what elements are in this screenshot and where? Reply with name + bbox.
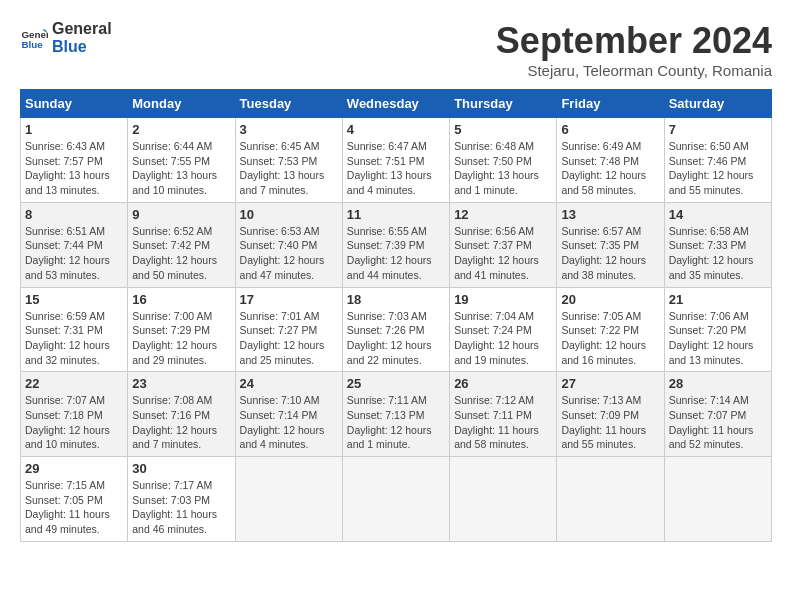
calendar-cell: 14 Sunrise: 6:58 AM Sunset: 7:33 PM Dayl… (664, 202, 771, 287)
day-number: 1 (25, 122, 123, 137)
day-number: 12 (454, 207, 552, 222)
day-info: Sunrise: 6:51 AM Sunset: 7:44 PM Dayligh… (25, 224, 123, 283)
logo-icon: General Blue (20, 24, 48, 52)
day-number: 28 (669, 376, 767, 391)
day-info: Sunrise: 7:17 AM Sunset: 7:03 PM Dayligh… (132, 478, 230, 537)
calendar-cell: 30 Sunrise: 7:17 AM Sunset: 7:03 PM Dayl… (128, 457, 235, 542)
day-number: 23 (132, 376, 230, 391)
day-info: Sunrise: 7:14 AM Sunset: 7:07 PM Dayligh… (669, 393, 767, 452)
col-header-saturday: Saturday (664, 90, 771, 118)
day-number: 26 (454, 376, 552, 391)
calendar-cell (342, 457, 449, 542)
calendar-cell: 29 Sunrise: 7:15 AM Sunset: 7:05 PM Dayl… (21, 457, 128, 542)
day-info: Sunrise: 7:12 AM Sunset: 7:11 PM Dayligh… (454, 393, 552, 452)
col-header-monday: Monday (128, 90, 235, 118)
calendar-cell: 27 Sunrise: 7:13 AM Sunset: 7:09 PM Dayl… (557, 372, 664, 457)
day-info: Sunrise: 7:01 AM Sunset: 7:27 PM Dayligh… (240, 309, 338, 368)
day-number: 22 (25, 376, 123, 391)
calendar-cell: 12 Sunrise: 6:56 AM Sunset: 7:37 PM Dayl… (450, 202, 557, 287)
calendar-week-row: 29 Sunrise: 7:15 AM Sunset: 7:05 PM Dayl… (21, 457, 772, 542)
calendar-cell: 25 Sunrise: 7:11 AM Sunset: 7:13 PM Dayl… (342, 372, 449, 457)
day-info: Sunrise: 6:47 AM Sunset: 7:51 PM Dayligh… (347, 139, 445, 198)
calendar-table: SundayMondayTuesdayWednesdayThursdayFrid… (20, 89, 772, 542)
location-subtitle: Stejaru, Teleorman County, Romania (496, 62, 772, 79)
calendar-cell: 10 Sunrise: 6:53 AM Sunset: 7:40 PM Dayl… (235, 202, 342, 287)
col-header-wednesday: Wednesday (342, 90, 449, 118)
day-info: Sunrise: 7:04 AM Sunset: 7:24 PM Dayligh… (454, 309, 552, 368)
month-title: September 2024 (496, 20, 772, 62)
day-info: Sunrise: 7:15 AM Sunset: 7:05 PM Dayligh… (25, 478, 123, 537)
col-header-sunday: Sunday (21, 90, 128, 118)
svg-text:Blue: Blue (21, 38, 43, 49)
day-info: Sunrise: 7:11 AM Sunset: 7:13 PM Dayligh… (347, 393, 445, 452)
day-number: 25 (347, 376, 445, 391)
day-info: Sunrise: 6:48 AM Sunset: 7:50 PM Dayligh… (454, 139, 552, 198)
day-info: Sunrise: 6:55 AM Sunset: 7:39 PM Dayligh… (347, 224, 445, 283)
day-info: Sunrise: 6:56 AM Sunset: 7:37 PM Dayligh… (454, 224, 552, 283)
day-number: 18 (347, 292, 445, 307)
calendar-cell: 1 Sunrise: 6:43 AM Sunset: 7:57 PM Dayli… (21, 118, 128, 203)
calendar-cell: 24 Sunrise: 7:10 AM Sunset: 7:14 PM Dayl… (235, 372, 342, 457)
day-number: 29 (25, 461, 123, 476)
calendar-cell: 19 Sunrise: 7:04 AM Sunset: 7:24 PM Dayl… (450, 287, 557, 372)
col-header-friday: Friday (557, 90, 664, 118)
calendar-cell (557, 457, 664, 542)
day-info: Sunrise: 6:57 AM Sunset: 7:35 PM Dayligh… (561, 224, 659, 283)
calendar-cell: 11 Sunrise: 6:55 AM Sunset: 7:39 PM Dayl… (342, 202, 449, 287)
day-info: Sunrise: 7:00 AM Sunset: 7:29 PM Dayligh… (132, 309, 230, 368)
day-number: 14 (669, 207, 767, 222)
day-number: 19 (454, 292, 552, 307)
day-number: 27 (561, 376, 659, 391)
day-info: Sunrise: 6:58 AM Sunset: 7:33 PM Dayligh… (669, 224, 767, 283)
day-number: 6 (561, 122, 659, 137)
day-number: 5 (454, 122, 552, 137)
day-number: 4 (347, 122, 445, 137)
day-info: Sunrise: 6:44 AM Sunset: 7:55 PM Dayligh… (132, 139, 230, 198)
logo: General Blue General Blue (20, 20, 112, 55)
day-info: Sunrise: 7:06 AM Sunset: 7:20 PM Dayligh… (669, 309, 767, 368)
day-info: Sunrise: 6:50 AM Sunset: 7:46 PM Dayligh… (669, 139, 767, 198)
day-number: 16 (132, 292, 230, 307)
day-info: Sunrise: 7:08 AM Sunset: 7:16 PM Dayligh… (132, 393, 230, 452)
day-number: 15 (25, 292, 123, 307)
calendar-cell: 4 Sunrise: 6:47 AM Sunset: 7:51 PM Dayli… (342, 118, 449, 203)
day-number: 21 (669, 292, 767, 307)
calendar-cell (235, 457, 342, 542)
calendar-cell: 16 Sunrise: 7:00 AM Sunset: 7:29 PM Dayl… (128, 287, 235, 372)
title-block: September 2024 Stejaru, Teleorman County… (496, 20, 772, 79)
calendar-cell: 8 Sunrise: 6:51 AM Sunset: 7:44 PM Dayli… (21, 202, 128, 287)
day-info: Sunrise: 6:45 AM Sunset: 7:53 PM Dayligh… (240, 139, 338, 198)
calendar-cell: 7 Sunrise: 6:50 AM Sunset: 7:46 PM Dayli… (664, 118, 771, 203)
day-number: 11 (347, 207, 445, 222)
calendar-cell: 28 Sunrise: 7:14 AM Sunset: 7:07 PM Dayl… (664, 372, 771, 457)
logo-blue: Blue (52, 38, 112, 56)
calendar-cell: 23 Sunrise: 7:08 AM Sunset: 7:16 PM Dayl… (128, 372, 235, 457)
calendar-week-row: 1 Sunrise: 6:43 AM Sunset: 7:57 PM Dayli… (21, 118, 772, 203)
calendar-cell: 6 Sunrise: 6:49 AM Sunset: 7:48 PM Dayli… (557, 118, 664, 203)
calendar-cell: 26 Sunrise: 7:12 AM Sunset: 7:11 PM Dayl… (450, 372, 557, 457)
day-number: 20 (561, 292, 659, 307)
day-info: Sunrise: 7:10 AM Sunset: 7:14 PM Dayligh… (240, 393, 338, 452)
logo-general: General (52, 20, 112, 38)
calendar-cell (450, 457, 557, 542)
calendar-cell: 2 Sunrise: 6:44 AM Sunset: 7:55 PM Dayli… (128, 118, 235, 203)
calendar-cell: 15 Sunrise: 6:59 AM Sunset: 7:31 PM Dayl… (21, 287, 128, 372)
day-number: 10 (240, 207, 338, 222)
day-number: 8 (25, 207, 123, 222)
page-header: General Blue General Blue September 2024… (20, 20, 772, 79)
day-info: Sunrise: 6:59 AM Sunset: 7:31 PM Dayligh… (25, 309, 123, 368)
day-info: Sunrise: 6:52 AM Sunset: 7:42 PM Dayligh… (132, 224, 230, 283)
day-info: Sunrise: 6:49 AM Sunset: 7:48 PM Dayligh… (561, 139, 659, 198)
day-number: 13 (561, 207, 659, 222)
day-info: Sunrise: 7:13 AM Sunset: 7:09 PM Dayligh… (561, 393, 659, 452)
day-number: 24 (240, 376, 338, 391)
calendar-cell: 5 Sunrise: 6:48 AM Sunset: 7:50 PM Dayli… (450, 118, 557, 203)
day-number: 17 (240, 292, 338, 307)
calendar-cell: 17 Sunrise: 7:01 AM Sunset: 7:27 PM Dayl… (235, 287, 342, 372)
col-header-tuesday: Tuesday (235, 90, 342, 118)
calendar-cell: 13 Sunrise: 6:57 AM Sunset: 7:35 PM Dayl… (557, 202, 664, 287)
day-info: Sunrise: 7:03 AM Sunset: 7:26 PM Dayligh… (347, 309, 445, 368)
calendar-cell: 21 Sunrise: 7:06 AM Sunset: 7:20 PM Dayl… (664, 287, 771, 372)
day-number: 2 (132, 122, 230, 137)
calendar-cell: 3 Sunrise: 6:45 AM Sunset: 7:53 PM Dayli… (235, 118, 342, 203)
